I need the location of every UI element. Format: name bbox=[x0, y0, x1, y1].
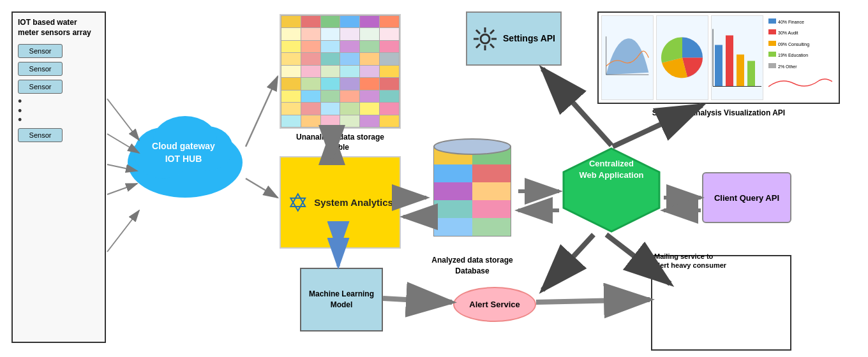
dot-2: • bbox=[18, 107, 100, 115]
svg-line-55 bbox=[246, 178, 278, 198]
data-table-label: Unanalized data storage table bbox=[280, 133, 401, 152]
sensor-2: Sensor bbox=[18, 62, 63, 76]
svg-rect-36 bbox=[737, 55, 744, 87]
svg-line-28 bbox=[490, 44, 494, 48]
svg-line-27 bbox=[476, 30, 480, 34]
sensor-1: Sensor bbox=[18, 44, 63, 58]
svg-rect-15 bbox=[472, 182, 511, 200]
settings-label: Settings API bbox=[503, 33, 555, 45]
svg-rect-14 bbox=[434, 182, 472, 200]
dot-3: • bbox=[18, 116, 100, 124]
sensor-3: Sensor bbox=[18, 80, 63, 94]
gear-icon bbox=[472, 26, 498, 52]
svg-rect-19 bbox=[472, 218, 511, 236]
svg-line-60 bbox=[383, 298, 452, 302]
sensor-4: Sensor bbox=[18, 128, 63, 142]
mail-label: Mailing service to alert heavy consumer bbox=[654, 252, 782, 270]
svg-rect-16 bbox=[434, 200, 472, 218]
mini-table bbox=[281, 15, 400, 127]
star-icon: ✡ bbox=[287, 188, 309, 217]
line-chart bbox=[601, 15, 654, 100]
svg-line-61 bbox=[536, 300, 650, 302]
iot-sensors-box: IOT based water meter sensors array Sens… bbox=[11, 11, 106, 343]
cloud-shape bbox=[124, 105, 246, 204]
db-label: Analyzed data storage Database bbox=[421, 255, 523, 277]
analytics-label: System Analytics bbox=[314, 196, 393, 209]
svg-line-30 bbox=[476, 44, 480, 48]
bar-chart bbox=[711, 15, 763, 100]
svg-line-53 bbox=[107, 210, 139, 252]
svg-point-20 bbox=[434, 139, 511, 154]
svg-rect-18 bbox=[434, 218, 472, 236]
svg-rect-35 bbox=[726, 36, 733, 87]
db-box bbox=[428, 134, 517, 249]
svg-rect-13 bbox=[472, 164, 511, 182]
settings-box: Settings API bbox=[466, 11, 562, 66]
svg-rect-17 bbox=[472, 200, 511, 218]
svg-rect-12 bbox=[434, 164, 472, 182]
ml-box: Machine Learning Model bbox=[300, 268, 383, 332]
legend-area: 40% Finance 30% Audit 09% Consulting 19%… bbox=[766, 15, 836, 100]
pie-chart bbox=[656, 15, 708, 100]
svg-point-22 bbox=[481, 34, 490, 43]
iot-title: IOT based water meter sensors array bbox=[18, 18, 100, 38]
svg-line-29 bbox=[490, 30, 494, 34]
client-query-box: Client Query API bbox=[702, 172, 791, 223]
alert-box: Alert Service bbox=[453, 287, 536, 322]
svg-line-68 bbox=[542, 235, 594, 290]
diagram: IOT based water meter sensors array Sens… bbox=[0, 0, 868, 357]
dot-1: • bbox=[18, 98, 100, 106]
data-table-box bbox=[280, 14, 401, 129]
svg-rect-34 bbox=[715, 45, 722, 87]
hexagon-container bbox=[560, 145, 662, 235]
alert-label: Alert Service bbox=[469, 300, 520, 309]
svg-rect-37 bbox=[747, 61, 755, 87]
stat-label: Statistical Analysis Visualization API bbox=[597, 108, 840, 117]
svg-marker-21 bbox=[564, 149, 659, 231]
client-label: Client Query API bbox=[714, 193, 779, 203]
svg-point-3 bbox=[153, 116, 217, 164]
stat-box: 40% Finance 30% Audit 09% Consulting 19%… bbox=[597, 11, 840, 104]
analytics-box: ✡ System Analytics bbox=[280, 156, 401, 249]
ml-label: Machine Learning Model bbox=[301, 289, 382, 310]
svg-line-54 bbox=[246, 76, 278, 147]
